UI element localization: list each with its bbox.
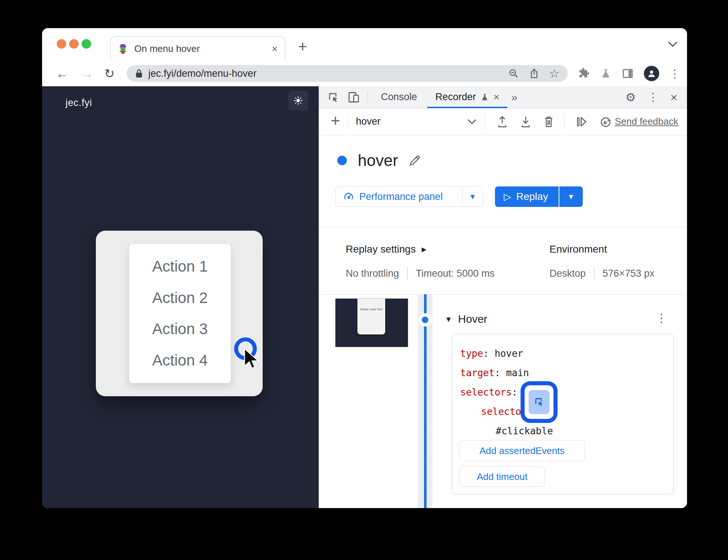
code-line-selectors: selectors: xyxy=(460,387,518,398)
devtools-menu-kebab-icon[interactable]: ⋮ xyxy=(648,92,658,103)
bookmark-star-icon[interactable]: ☆ xyxy=(549,68,560,79)
devtools-close-icon[interactable]: × xyxy=(670,91,678,103)
timeout-value: Timeout: 5000 ms xyxy=(416,268,495,279)
menu-item-action-1[interactable]: Action 1 xyxy=(152,258,208,275)
traffic-light-close[interactable] xyxy=(57,39,66,49)
step-menu-kebab-icon[interactable]: ⋮ xyxy=(656,312,667,324)
edit-title-pencil-icon[interactable] xyxy=(408,154,421,167)
environment-values: Desktop 576×753 px xyxy=(549,267,654,280)
divider xyxy=(407,267,408,280)
tab-close-icon[interactable]: × xyxy=(272,44,278,54)
send-feedback-link[interactable]: Send feedback xyxy=(615,116,678,127)
recording-select[interactable]: hover xyxy=(348,116,485,127)
sun-icon xyxy=(293,95,303,106)
add-recording-button[interactable]: + xyxy=(331,114,340,127)
forward-button[interactable]: → xyxy=(81,67,93,80)
tab-search-chevron-icon[interactable] xyxy=(668,41,678,48)
experiment-flask-icon xyxy=(480,93,489,102)
export-recording-icon[interactable] xyxy=(519,115,532,128)
step-screenshot-thumbnail[interactable]: Hover over me! xyxy=(335,298,408,347)
throttling-value: No throttling xyxy=(346,268,399,279)
thumbnail-mini-card: Hover over me! xyxy=(357,299,385,334)
step-header[interactable]: ▾ Hover xyxy=(446,313,487,325)
favicon xyxy=(118,44,128,54)
demo-page: jec.fyi Hover over me! Action 1 Action 2… xyxy=(42,86,319,508)
browser-menu-kebab-icon[interactable]: ⋮ xyxy=(669,67,680,80)
inspect-element-icon[interactable] xyxy=(327,91,339,103)
mouse-cursor-icon xyxy=(243,348,259,370)
pick-element-cursor-icon xyxy=(533,396,545,408)
devtools-panel: Console Recorder × » ⚙ ⋮ × + xyxy=(319,86,687,508)
step-marker-dot xyxy=(422,317,428,323)
environment-device: Desktop xyxy=(549,268,586,279)
profile-avatar[interactable] xyxy=(644,66,659,81)
divider xyxy=(564,114,564,129)
divider xyxy=(367,91,368,103)
select-element-button[interactable] xyxy=(529,390,549,414)
thumbnail-text: Hover over me! xyxy=(357,307,385,311)
divider xyxy=(319,294,687,295)
browser-toolbar: ← → ↻ jec.fyi/demo/menu-hover ☆ xyxy=(42,61,687,87)
environment-viewport: 576×753 px xyxy=(603,268,654,279)
disclosure-arrow-icon: ▶ xyxy=(421,246,426,253)
add-timeout-button[interactable]: Add timeout xyxy=(459,466,545,487)
divider xyxy=(485,114,485,129)
zoom-out-icon[interactable] xyxy=(508,68,519,79)
replay-button[interactable]: ▷ Replay ▼ xyxy=(495,186,583,207)
code-line-clickable: #clickable xyxy=(496,425,553,436)
step-collapse-caret-icon[interactable]: ▾ xyxy=(446,314,451,324)
address-bar[interactable]: jec.fyi/demo/menu-hover ☆ xyxy=(127,65,568,82)
back-button[interactable]: ← xyxy=(56,67,68,80)
lock-icon[interactable] xyxy=(135,68,143,79)
step-detail-card: type: hover target: main selectors: sele… xyxy=(452,334,673,494)
replay-loop-icon[interactable] xyxy=(599,116,612,128)
recording-dot xyxy=(337,156,347,165)
add-asserted-events-button[interactable]: Add assertedEvents xyxy=(459,440,585,461)
step-over-replay-icon[interactable] xyxy=(575,116,588,128)
close-recorder-tab-icon[interactable]: × xyxy=(494,91,499,103)
traffic-light-minimize[interactable] xyxy=(69,39,79,49)
import-recording-icon[interactable] xyxy=(496,115,509,128)
replay-settings-values: No throttling Timeout: 5000 ms xyxy=(346,267,495,280)
theme-toggle-button[interactable] xyxy=(288,91,308,110)
reload-button[interactable]: ↻ xyxy=(104,67,115,80)
divider xyxy=(594,267,594,280)
titlebar: On menu hover × + xyxy=(42,28,687,61)
delete-recording-trash-icon[interactable] xyxy=(543,115,555,128)
performance-dropdown-caret[interactable]: ▼ xyxy=(462,193,483,201)
menu-item-action-2[interactable]: Action 2 xyxy=(152,289,208,307)
environment-heading: Environment xyxy=(549,243,607,255)
browser-tab[interactable]: On menu hover × xyxy=(110,36,285,61)
share-icon[interactable] xyxy=(529,68,540,79)
side-panel-icon[interactable] xyxy=(622,68,634,79)
recording-header: hover xyxy=(319,151,687,170)
new-tab-button[interactable]: + xyxy=(298,41,307,53)
replay-settings-disclosure[interactable]: Replay settings ▶ xyxy=(346,243,427,255)
selector-picker-highlight-ring xyxy=(521,381,558,423)
window-content: jec.fyi Hover over me! Action 1 Action 2… xyxy=(42,86,687,508)
hover-target-card[interactable]: Hover over me! Action 1 Action 2 Action … xyxy=(96,231,263,396)
select-chevron-icon xyxy=(467,118,477,125)
menu-item-action-3[interactable]: Action 3 xyxy=(152,320,208,338)
more-tabs-icon[interactable]: » xyxy=(511,91,517,103)
recorder-toolbar: + hover xyxy=(319,108,687,135)
divider xyxy=(319,227,687,227)
devtools-settings-gear-icon[interactable]: ⚙ xyxy=(625,91,636,103)
traffic-light-zoom[interactable] xyxy=(82,39,91,49)
tab-recorder[interactable]: Recorder × xyxy=(427,86,507,108)
replay-dropdown-caret[interactable]: ▼ xyxy=(559,193,583,201)
play-icon: ▷ xyxy=(504,191,511,203)
url-text[interactable]: jec.fyi/demo/menu-hover xyxy=(149,68,499,79)
device-toolbar-icon[interactable] xyxy=(348,91,360,103)
performance-panel-button[interactable]: Performance panel ▼ xyxy=(335,186,483,207)
step-title: Hover xyxy=(458,313,487,325)
extensions-puzzle-icon[interactable] xyxy=(578,68,590,79)
site-brand[interactable]: jec.fyi xyxy=(65,97,92,109)
flask-extension-icon[interactable] xyxy=(600,68,612,79)
tab-console[interactable]: Console xyxy=(373,86,425,108)
code-line-type: type: hover xyxy=(460,348,523,359)
menu-item-action-4[interactable]: Action 4 xyxy=(152,352,208,369)
code-line-target: target: main xyxy=(460,367,529,378)
recording-title: hover xyxy=(358,151,398,170)
devtools-tabbar: Console Recorder × » ⚙ ⋮ × xyxy=(319,86,687,108)
